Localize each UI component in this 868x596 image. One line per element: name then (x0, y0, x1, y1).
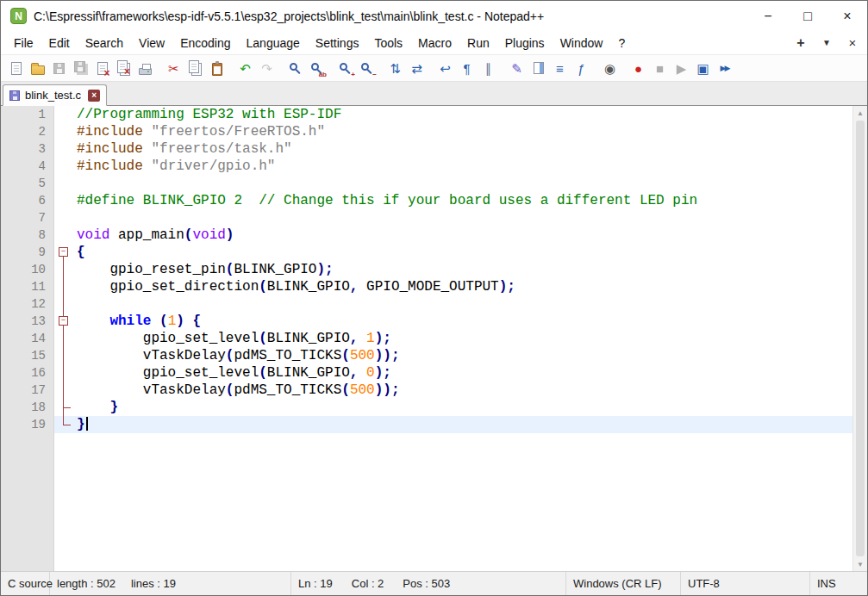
status-cursor-position: Ln : 19 Col : 2 Pos : 503 (291, 572, 566, 595)
scroll-down-icon[interactable]: ▼ (853, 557, 867, 571)
line-number: 11 (13, 278, 53, 295)
bookmark-margin (1, 106, 13, 571)
code-line[interactable]: gpio_set_level(BLINK_GPIO, 0); (73, 364, 852, 382)
paste-icon[interactable] (206, 58, 228, 79)
macro-record-icon[interactable]: ● (628, 58, 649, 79)
code-line[interactable]: //Programming ESP32 with ESP-IDF (73, 106, 852, 123)
fold-marker[interactable]: − (54, 313, 73, 330)
code-line[interactable]: void app_main(void) (73, 227, 852, 244)
menu-item-help[interactable]: ? (610, 31, 633, 54)
line-number: 15 (13, 347, 53, 364)
code-line[interactable]: { (73, 244, 852, 261)
fold-marker[interactable]: − (54, 244, 73, 261)
code-line[interactable] (73, 295, 852, 313)
menu-item-language[interactable]: Language (239, 31, 308, 54)
code-line[interactable]: } (73, 399, 852, 416)
fold-marker (54, 330, 73, 347)
menu-item-edit[interactable]: Edit (41, 31, 78, 54)
save-all-icon[interactable] (70, 58, 91, 79)
define-language-icon[interactable]: ✎ (506, 58, 528, 79)
code-line[interactable]: #include "driver/gpio.h" (73, 158, 852, 175)
new-tab-button[interactable]: + (790, 34, 812, 53)
fold-marker (54, 261, 73, 278)
menu-item-settings[interactable]: Settings (308, 31, 367, 54)
menu-item-file[interactable]: File (6, 31, 41, 54)
maximize-button[interactable]: □ (788, 1, 827, 31)
line-number: 12 (13, 295, 53, 313)
sync-scroll-vertical-icon[interactable]: ⇅ (384, 58, 406, 79)
toolbar-separator (499, 55, 506, 81)
undo-icon[interactable]: ↶ (234, 58, 256, 79)
fold-marker (54, 295, 73, 313)
toolbar-separator (621, 55, 628, 81)
document-list-icon[interactable]: ≡ (549, 58, 571, 79)
print-icon[interactable] (134, 58, 156, 79)
toolbar-separator (228, 55, 234, 81)
fold-cell (54, 123, 73, 140)
fold-marker (54, 399, 73, 416)
scroll-up-icon[interactable]: ▲ (853, 106, 867, 120)
show-indent-guide-icon[interactable]: ∥ (478, 58, 499, 79)
function-list-icon[interactable]: ƒ (571, 58, 592, 79)
macro-save-icon[interactable]: ▣ (692, 58, 714, 79)
code-line[interactable]: #include "freertos/FreeRTOS.h" (73, 123, 852, 140)
menu-item-view[interactable]: View (131, 31, 172, 54)
fold-cell (54, 175, 73, 192)
find-icon[interactable] (284, 58, 306, 79)
show-all-characters-icon[interactable]: ¶ (456, 58, 478, 79)
code-line[interactable]: while (1) { (73, 313, 852, 330)
menu-item-search[interactable]: Search (78, 31, 131, 54)
scrollbar-thumb[interactable] (856, 121, 865, 556)
menu-item-plugins[interactable]: Plugins (497, 31, 553, 54)
close-all-icon[interactable] (113, 58, 134, 79)
text-area[interactable]: //Programming ESP32 with ESP-IDF#include… (73, 106, 852, 571)
code-line[interactable]: gpio_reset_pin(BLINK_GPIO); (73, 261, 852, 278)
tab-blink-test[interactable]: blink_test.c × (3, 84, 107, 106)
fold-margin[interactable]: −− (54, 106, 73, 571)
close-button[interactable]: × (827, 1, 867, 31)
document-map-icon[interactable] (528, 58, 549, 79)
line-number: 19 (13, 416, 53, 433)
word-wrap-icon[interactable]: ↩ (434, 58, 456, 79)
zoom-out-icon[interactable]: − (356, 58, 378, 79)
macro-stop-icon[interactable]: ■ (649, 58, 671, 79)
code-line[interactable]: #define BLINK_GPIO 2 // Change this if y… (73, 192, 852, 209)
cut-icon[interactable]: ✂ (163, 58, 184, 79)
copy-icon[interactable] (184, 58, 206, 79)
code-line[interactable]: #include "freertos/task.h" (73, 140, 852, 158)
minimize-button[interactable]: − (748, 1, 788, 31)
close-tab-button[interactable]: × (841, 34, 864, 53)
code-line[interactable]: gpio_set_direction(BLINK_GPIO, GPIO_MODE… (73, 278, 852, 295)
replace-icon[interactable]: ab (306, 58, 328, 79)
close-file-icon[interactable] (91, 58, 113, 79)
zoom-in-icon[interactable]: + (334, 58, 356, 79)
save-file-icon[interactable] (48, 58, 70, 79)
status-lines: lines : 19 (131, 577, 176, 590)
vertical-scrollbar[interactable]: ▲ ▼ (852, 106, 867, 571)
code-line[interactable]: } (73, 416, 852, 433)
title-bar: N C:\Espressif\frameworks\esp-idf-v5.5.1… (1, 1, 867, 31)
tab-list-button[interactable]: ▼ (815, 34, 838, 53)
open-file-icon[interactable] (27, 58, 48, 79)
toolbar-separator (378, 55, 384, 81)
run-macro-multiple-icon[interactable]: ▶▶ (714, 58, 735, 79)
menu-item-encoding[interactable]: Encoding (172, 31, 238, 54)
new-file-icon[interactable] (5, 58, 27, 79)
macro-play-icon[interactable]: ▶ (671, 58, 692, 79)
menu-item-run[interactable]: Run (459, 31, 497, 54)
editor[interactable]: 12345678910111213141516171819 −− //Progr… (1, 106, 867, 571)
menu-item-tools[interactable]: Tools (366, 31, 410, 54)
status-typing-mode: INS (810, 572, 867, 595)
code-line[interactable] (73, 209, 852, 227)
code-line[interactable]: vTaskDelay(pdMS_TO_TICKS(500)); (73, 382, 852, 399)
monitoring-icon[interactable]: ◉ (599, 58, 621, 79)
code-line[interactable]: gpio_set_level(BLINK_GPIO, 1); (73, 330, 852, 347)
code-line[interactable]: vTaskDelay(pdMS_TO_TICKS(500)); (73, 347, 852, 364)
menu-item-macro[interactable]: Macro (410, 31, 459, 54)
sync-scroll-horizontal-icon[interactable]: ⇄ (406, 58, 428, 79)
menu-item-window[interactable]: Window (553, 31, 611, 54)
redo-icon[interactable]: ↷ (256, 58, 278, 79)
status-doc-type: C source (1, 572, 50, 595)
code-line[interactable] (73, 175, 852, 192)
tab-close-icon[interactable]: × (88, 90, 100, 102)
